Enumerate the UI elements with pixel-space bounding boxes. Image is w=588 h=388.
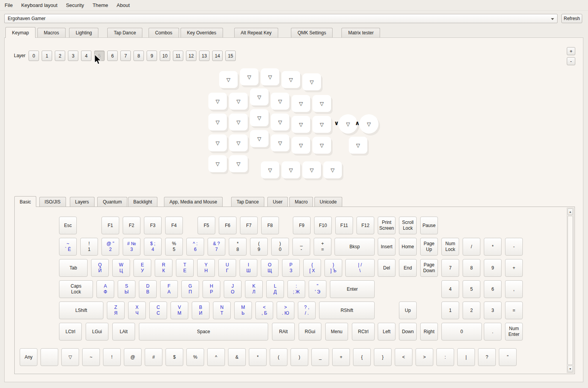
picker-key-any[interactable]: Any [20, 348, 37, 366]
picker-key-q-й[interactable]: QЙ [91, 259, 109, 277]
keymap-key[interactable]: ▽ [229, 155, 248, 172]
picker-key-blank[interactable] [41, 348, 58, 366]
keymap-key[interactable]: ▽ [313, 137, 331, 154]
picker-key-f9[interactable]: F9 [293, 217, 311, 234]
picker-key-2[interactable]: 2 [463, 302, 480, 319]
layer-button-4[interactable]: 4 [81, 51, 91, 61]
picker-key-key[interactable]: + [332, 348, 350, 366]
keymap-key[interactable]: ▽ [219, 71, 238, 88]
zoom-out-button[interactable]: - [567, 57, 575, 65]
picker-key-key[interactable]: @ [124, 348, 142, 366]
keymap-key[interactable]: ▽ [229, 93, 248, 110]
keymap-key[interactable]: ▽ [208, 114, 227, 130]
tab-keymap[interactable]: Keymap [5, 27, 35, 38]
picker-key-rgui[interactable]: RGui [299, 323, 321, 341]
tab-combos[interactable]: Combos [149, 28, 179, 37]
keymap-key[interactable]: ▽ [313, 116, 331, 133]
picker-key-key[interactable]: | [457, 348, 475, 366]
picker-key-i-ш[interactable]: IШ [240, 259, 257, 277]
picker-key-z-я[interactable]: ZЯ [107, 302, 125, 319]
menu-item-about[interactable]: About [112, 0, 134, 10]
picker-key-l-д[interactable]: LД [266, 280, 284, 298]
picker-tab-layers[interactable]: Layers [70, 197, 95, 207]
keymap-key[interactable]: ▽ [240, 68, 259, 85]
picker-key-s-ы[interactable]: SЫ [118, 280, 135, 298]
picker-key-left[interactable]: Left [378, 323, 395, 341]
menu-item-file[interactable]: File [0, 0, 17, 10]
picker-key-lctrl[interactable]: LCtrl [59, 323, 82, 341]
picker-key-tab[interactable]: Tab [59, 259, 88, 277]
keymap-key[interactable]: ▽ [302, 73, 321, 90]
keymap-key[interactable]: ▽ [250, 109, 269, 126]
picker-key-key[interactable]: : [436, 348, 454, 366]
tab-lighting[interactable]: Lighting [69, 28, 98, 37]
picker-key-key[interactable]: } [374, 348, 392, 366]
layer-button-8[interactable]: 8 [133, 51, 144, 61]
picker-key-key[interactable]: += [314, 238, 331, 256]
scrollbar-thumb[interactable] [568, 216, 573, 365]
picker-tab-iso-jis[interactable]: ISO/JIS [39, 197, 66, 207]
keymap-key[interactable]: ▽ [250, 130, 269, 147]
picker-key-key[interactable]: * [249, 348, 267, 366]
keymap-key[interactable]: ▽ [208, 134, 227, 151]
picker-key-1[interactable]: !1 [80, 238, 98, 256]
picker-key-key[interactable]: * [484, 238, 502, 256]
picker-key-х[interactable]: {[ Х [303, 259, 321, 277]
layer-button-15[interactable]: 15 [225, 51, 236, 61]
keymap-key[interactable]: ▽ [208, 93, 227, 110]
picker-key-c-с[interactable]: CС [149, 302, 167, 319]
tab-key-overrides[interactable]: Key Overrides [181, 28, 223, 37]
picker-key-esc[interactable]: Esc [59, 217, 77, 234]
picker-key-3[interactable]: # №3 [123, 238, 140, 256]
picker-key-r-к[interactable]: RК [155, 259, 172, 277]
picker-key-home[interactable]: Home [399, 238, 417, 256]
picker-key-bksp[interactable]: Bksp [335, 238, 375, 256]
menu-item-security[interactable]: Security [62, 0, 88, 10]
picker-tab-unicode[interactable]: Unicode [314, 197, 342, 207]
picker-tab-tap-dance[interactable]: Tap Dance [231, 197, 264, 207]
picker-key-d-в[interactable]: DВ [139, 280, 157, 298]
picker-key-5[interactable]: %5 [165, 238, 183, 256]
picker-key-right[interactable]: Right [420, 323, 438, 341]
keymap-key[interactable]: ▽ [313, 95, 331, 112]
keymap-key[interactable]: ▽ [282, 161, 300, 178]
keymap-key[interactable]: ▽ [292, 116, 310, 133]
picker-key-enter[interactable]: Enter [330, 280, 375, 298]
picker-key-key[interactable]: _ [311, 348, 329, 366]
layer-button-14[interactable]: 14 [212, 51, 223, 61]
picker-key-lshift[interactable]: LShift [59, 302, 103, 319]
picker-key-num-enter[interactable]: NumEnter [505, 323, 523, 341]
layer-button-10[interactable]: 10 [160, 51, 170, 61]
scroll-up-icon[interactable]: ▲ [568, 208, 573, 215]
picker-key-k-л[interactable]: KЛ [245, 280, 263, 298]
picker-tab-user[interactable]: User [267, 197, 288, 207]
keymap-key[interactable]: ▽ [229, 114, 248, 130]
picker-key-j-о[interactable]: JО [224, 280, 242, 298]
picker-key-key[interactable]: > [416, 348, 433, 366]
tab-tap-dance[interactable]: Tap Dance [107, 28, 142, 37]
picker-key-7[interactable]: 7 [441, 259, 459, 277]
picker-key-rshift[interactable]: RShift [319, 302, 375, 319]
picker-key-page-down[interactable]: PageDown [420, 259, 438, 277]
scroll-down-icon[interactable]: ▼ [568, 366, 573, 372]
picker-key-print-screen[interactable]: PrintScreen [378, 217, 395, 234]
layer-button-7[interactable]: 7 [120, 51, 131, 61]
picker-key-f7[interactable]: F7 [240, 217, 258, 234]
picker-key-key[interactable]: ~ [82, 348, 100, 366]
picker-key-key[interactable]: = [505, 302, 523, 319]
picker-key-f10[interactable]: F10 [314, 217, 332, 234]
zoom-in-button[interactable]: + [567, 47, 575, 55]
keymap-key[interactable]: ▽ [292, 137, 310, 154]
picker-key-u-г[interactable]: UГ [218, 259, 236, 277]
picker-key-1[interactable]: 1 [441, 302, 459, 319]
picker-key-num-lock[interactable]: NumLock [441, 238, 459, 256]
picker-tab-backlight[interactable]: Backlight [128, 197, 158, 207]
picker-key-v-м[interactable]: VМ [171, 302, 188, 319]
picker-key-8[interactable]: 8 [463, 259, 480, 277]
picker-key-insert[interactable]: Insert [378, 238, 395, 256]
layer-button-9[interactable]: 9 [147, 51, 157, 61]
picker-key-a-ф[interactable]: AФ [96, 280, 114, 298]
picker-tab-basic[interactable]: Basic [14, 196, 36, 207]
picker-key-key[interactable]: & [228, 348, 246, 366]
layer-button-3[interactable]: 3 [68, 51, 78, 61]
